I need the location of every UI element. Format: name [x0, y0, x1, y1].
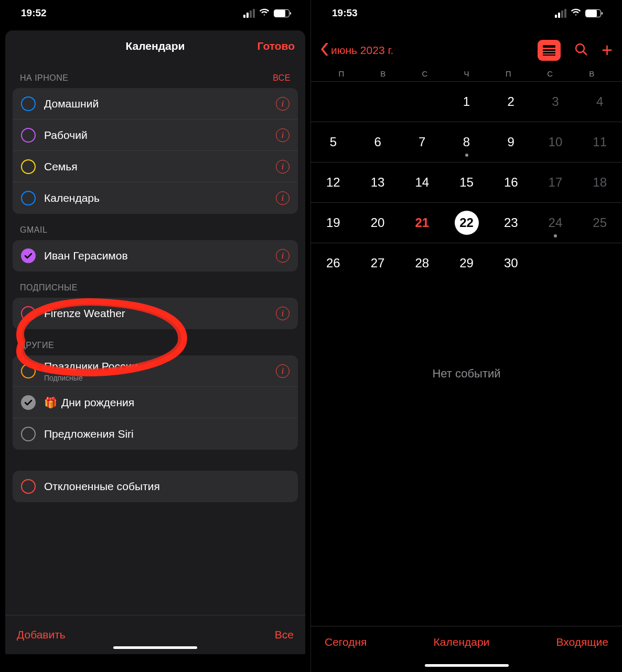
section-label: ПОДПИСНЫЕ	[20, 283, 78, 292]
info-button[interactable]: i	[276, 191, 289, 205]
day-number: 16	[499, 170, 523, 194]
day-number: 5	[321, 130, 345, 154]
calendar-day[interactable]: 7	[400, 122, 444, 162]
wifi-icon	[571, 7, 581, 19]
day-number: 9	[499, 130, 523, 154]
calendar-name: Праздники России	[44, 360, 276, 373]
calendar-day[interactable]: 15	[444, 162, 489, 202]
day-number: 20	[366, 211, 390, 235]
home-indicator[interactable]	[113, 646, 197, 649]
calendar-day[interactable]: 27	[356, 243, 400, 283]
calendar-row[interactable]: Домашнийi	[13, 88, 298, 120]
calendar-row[interactable]: Семьяi	[13, 151, 298, 182]
calendar-row[interactable]: Рабочийi	[13, 120, 298, 151]
calendar-row[interactable]: Отклоненные события	[13, 471, 298, 502]
section-label: ДРУГИЕ	[20, 341, 54, 350]
calendar-checkbox[interactable]	[21, 128, 36, 143]
home-indicator[interactable]	[425, 664, 509, 667]
calendar-day[interactable]: 13	[356, 162, 400, 202]
day-number: 23	[499, 211, 523, 235]
weekday-header: ПВСЧПСВ	[320, 69, 613, 78]
calendar-day[interactable]: 19	[311, 203, 356, 243]
svg-rect-1	[543, 49, 555, 51]
info-button[interactable]: i	[276, 364, 289, 378]
info-button[interactable]: i	[276, 128, 289, 142]
calendar-day[interactable]: 20	[356, 203, 400, 243]
calendar-day[interactable]: 9	[489, 122, 533, 162]
calendar-day[interactable]: 14	[400, 162, 444, 202]
calendar-row[interactable]: Праздники РоссииПодписныеi	[13, 355, 298, 387]
calendar-checkbox[interactable]	[21, 96, 36, 111]
calendar-day[interactable]: 30	[489, 243, 533, 283]
day-number: 29	[455, 251, 479, 275]
calendar-day[interactable]: 12	[311, 162, 356, 202]
search-button[interactable]	[574, 42, 588, 58]
calendar-row[interactable]: Иван Герасимовi	[13, 240, 298, 272]
weekday-label: Ч	[446, 69, 488, 78]
calendar-day[interactable]: 11	[577, 122, 622, 162]
calendar-day[interactable]: 24	[533, 203, 578, 243]
calendars-modal: Календари Готово НА IPHONE ВСЕ Домашнийi…	[5, 30, 305, 654]
calendar-day[interactable]: 22	[444, 203, 489, 243]
day-number: 8	[455, 130, 479, 154]
calendar-day[interactable]: 10	[533, 122, 578, 162]
calendar-day[interactable]: 4	[577, 82, 622, 122]
calendar-checkbox[interactable]	[21, 191, 36, 205]
calendar-name: Домашний	[44, 97, 276, 110]
info-button[interactable]: i	[276, 160, 289, 174]
calendar-day[interactable]: 17	[533, 162, 578, 202]
calendar-day[interactable]: 26	[311, 243, 356, 283]
day-number: 27	[366, 251, 390, 275]
calendar-day[interactable]: 25	[577, 203, 622, 243]
svg-line-5	[583, 51, 587, 55]
svg-point-4	[576, 44, 584, 52]
day-number: 3	[543, 90, 567, 114]
calendar-day[interactable]: 8	[444, 122, 489, 162]
calendar-day[interactable]: 2	[489, 82, 533, 122]
calendar-day[interactable]: 5	[311, 122, 356, 162]
day-number: 28	[410, 251, 434, 275]
no-events-label: Нет событий	[432, 367, 500, 381]
calendar-row[interactable]: 🎁Дни рождения	[13, 387, 298, 418]
calendar-day[interactable]: 18	[577, 162, 622, 202]
weekday-label: В	[571, 69, 613, 78]
calendar-checkbox[interactable]	[21, 427, 36, 441]
calendar-day[interactable]: 28	[400, 243, 444, 283]
calendar-row[interactable]: Предложения Siri	[13, 418, 298, 450]
calendar-subtitle: Подписные	[44, 374, 276, 382]
calendar-name: Семья	[44, 160, 276, 173]
list-view-toggle[interactable]	[538, 40, 561, 61]
add-event-button[interactable]: +	[602, 41, 613, 60]
calendar-checkbox[interactable]	[21, 306, 36, 321]
back-to-year-button[interactable]: июнь 2023 г.	[320, 43, 393, 58]
calendar-day[interactable]: 3	[533, 82, 578, 122]
add-calendar-button[interactable]: Добавить	[17, 628, 66, 641]
calendar-checkbox[interactable]	[21, 159, 36, 174]
calendar-day[interactable]: 23	[489, 203, 533, 243]
calendar-name: Календарь	[44, 192, 276, 204]
inbox-button[interactable]: Входящие	[556, 636, 608, 648]
day-number: 21	[410, 211, 434, 235]
info-button[interactable]: i	[276, 97, 289, 111]
calendar-checkbox[interactable]	[21, 395, 36, 410]
calendar-day[interactable]: 16	[489, 162, 533, 202]
calendar-row[interactable]: Firenze Weatheri	[13, 298, 298, 329]
calendar-day[interactable]: 1	[444, 82, 489, 122]
calendars-button[interactable]: Календари	[434, 636, 490, 648]
done-button[interactable]: Готово	[258, 40, 295, 52]
select-all-iphone[interactable]: ВСЕ	[273, 73, 291, 83]
calendar-day[interactable]: 6	[356, 122, 400, 162]
weekday-label: С	[404, 69, 446, 78]
info-button[interactable]: i	[276, 249, 289, 263]
calendar-day[interactable]: 29	[444, 243, 489, 283]
today-button[interactable]: Сегодня	[325, 636, 367, 648]
show-all-button[interactable]: Все	[275, 628, 294, 641]
calendar-checkbox[interactable]	[21, 364, 36, 378]
calendar-group-gmail: Иван Герасимовi	[13, 240, 298, 272]
calendar-day[interactable]: 21	[400, 203, 444, 243]
calendar-checkbox[interactable]	[21, 248, 36, 263]
info-button[interactable]: i	[276, 307, 289, 320]
calendar-row[interactable]: Календарьi	[13, 182, 298, 214]
status-icons	[555, 7, 601, 19]
calendar-checkbox[interactable]	[21, 479, 36, 494]
